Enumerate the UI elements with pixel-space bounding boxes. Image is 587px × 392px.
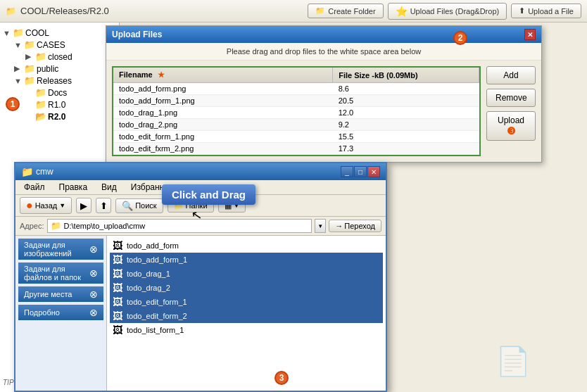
menu-edit[interactable]: Правка [56, 182, 91, 193]
search-button[interactable]: 🔍 Поиск [115, 198, 163, 213]
explorer-content: Задачи для изображений ⊗ Задачи для файл… [15, 236, 386, 391]
file-label: todo_add_form [127, 241, 179, 250]
task-images-header[interactable]: Задачи для изображений ⊗ [18, 239, 103, 260]
task-details-label: Подробно [24, 308, 60, 317]
upload-button[interactable]: Upload ❸ [486, 111, 536, 141]
tree-folder-icon: 📁 [13, 27, 24, 38]
file-label: todo_edit_form_1 [127, 298, 187, 306]
click-drag-tooltip: Click and Drag [162, 184, 255, 205]
col-filename: Filename ★ [113, 68, 333, 83]
upload-badge: ❸ [507, 125, 516, 137]
search-label: Поиск [135, 201, 156, 210]
menu-file[interactable]: Файл [21, 182, 48, 193]
releases-folder-icon: 📁 [24, 75, 35, 86]
menu-view[interactable]: Вид [99, 182, 120, 193]
tree-label-closed: closed [48, 52, 72, 62]
tree-item-releases[interactable]: ▼ 📁 Releases [14, 75, 116, 87]
file-icon: 🖼 [113, 254, 122, 265]
table-row[interactable]: todo_add_form.png8.6 [113, 83, 479, 95]
file-list: 🖼todo_add_form🖼todo_add_form_1🖼todo_drag… [107, 236, 386, 391]
task-files-header[interactable]: Задачи для файлов и папок ⊗ [18, 263, 103, 284]
filename-cell: todo_add_form_1.png [113, 95, 333, 107]
minimize-button[interactable]: _ [341, 166, 353, 177]
breadcrumb: COOL/Releases/R2.0 [20, 6, 109, 16]
maximize-button[interactable]: □ [354, 166, 367, 177]
remove-button[interactable]: Remove [486, 89, 536, 107]
list-item[interactable]: 🖼todo_add_form_1 [110, 253, 383, 267]
upload-files-button[interactable]: ⭐ Upload Files (Drag&Drop) [388, 3, 507, 20]
list-item[interactable]: 🖼todo_edit_form_2 [110, 309, 383, 323]
address-input[interactable]: 📁 D:\temp\to_upload\cmw [47, 219, 313, 233]
upload-a-file-button[interactable]: ⬆ Upload a File [511, 4, 581, 18]
tree-item-r20[interactable]: 📂 R2.0 [25, 110, 116, 122]
tree-label-r20: R2.0 [48, 112, 65, 122]
tree-item-r10[interactable]: 📁 R1.0 [25, 99, 116, 110]
tree-item-cases[interactable]: ▼ 📁 CASES [14, 39, 116, 51]
file-icon: 🖼 [113, 296, 122, 308]
list-item[interactable]: 🖼todo_edit_form_1 [110, 295, 383, 309]
go-label: Переход [344, 222, 375, 230]
tree-label-r10: R1.0 [48, 100, 65, 110]
task-details-header[interactable]: Подробно ⊗ [18, 305, 103, 320]
table-row[interactable]: todo_edit_form_1.png15.5 [113, 131, 479, 143]
forward-button[interactable]: ▶ [76, 198, 91, 213]
list-item[interactable]: 🖼todo_list_form_1 [110, 323, 383, 337]
docs-folder-icon: 📁 [35, 87, 46, 98]
tree-item-closed[interactable]: ▶ 📁 closed [25, 51, 116, 63]
breadcrumb-folder-icon: 📁 [6, 6, 16, 16]
filename-cell: todo_drag_2.png [113, 119, 333, 131]
upload-files-icon: ⭐ [396, 6, 408, 17]
file-label: todo_edit_form_2 [127, 312, 187, 320]
address-folder-icon: 📁 [51, 221, 61, 231]
tree-label-docs: Docs [48, 88, 67, 98]
dialog-close-button[interactable]: ✕ [524, 29, 536, 40]
tree-item-public[interactable]: ▶ 📁 public [14, 63, 116, 75]
address-path: D:\temp\to_upload\cmw [64, 222, 146, 230]
back-button[interactable]: ● Назад ▼ [20, 197, 72, 214]
expand-closed-icon: ▶ [25, 52, 34, 61]
tree-children-cases: ▶ 📁 closed [14, 51, 116, 63]
drop-ghost: 📄 [496, 345, 531, 378]
file-label: todo_list_form_1 [127, 326, 184, 334]
list-item[interactable]: 🖼todo_drag_1 [110, 267, 383, 281]
explorer-title-label: cmw [36, 167, 53, 177]
r20-folder-icon: 📂 [35, 111, 46, 122]
file-label: todo_drag_2 [127, 284, 170, 292]
list-item[interactable]: 🖼todo_drag_2 [110, 281, 383, 295]
tree-label-cool: COOL [25, 28, 49, 38]
col-size: File Size -kB (0.09Mb) [333, 68, 479, 83]
expand-releases-icon: ▼ [14, 77, 23, 85]
tree-item-docs[interactable]: 📁 Docs [25, 87, 116, 99]
public-folder-icon: 📁 [24, 63, 35, 74]
up-button[interactable]: ⬆ [96, 198, 111, 213]
task-details-expand-icon: ⊗ [89, 307, 98, 318]
tree-label-releases: Releases [37, 76, 72, 86]
address-dropdown[interactable]: ▼ [315, 219, 326, 233]
add-button[interactable]: Add [486, 66, 536, 84]
r10-folder-icon: 📁 [35, 99, 46, 110]
expand-public-icon: ▶ [14, 64, 23, 73]
go-button[interactable]: → Переход [329, 220, 381, 232]
task-places-section: Другие места ⊗ [18, 286, 103, 302]
filename-cell: todo_add_form.png [113, 83, 333, 95]
task-files-section: Задачи для файлов и папок ⊗ [18, 263, 103, 284]
table-row[interactable]: todo_drag_2.png9.2 [113, 119, 479, 131]
size-cell: 9.2 [333, 119, 479, 131]
filename-cell: todo_edit_form_1.png [113, 131, 333, 143]
create-folder-button[interactable]: 📁 Create Folder [308, 4, 383, 18]
dialog-buttons: Add Remove Upload ❸ [486, 66, 536, 156]
task-places-header[interactable]: Другие места ⊗ [18, 286, 103, 302]
list-item[interactable]: 🖼todo_add_form [110, 239, 383, 253]
badge-2: 2 [453, 31, 467, 45]
tree-item-cool[interactable]: ▼ 📁 COOL [3, 27, 116, 39]
up-icon: ⬆ [100, 201, 108, 211]
close-button[interactable]: ✕ [367, 166, 380, 177]
size-cell: 8.6 [333, 83, 479, 95]
table-row[interactable]: todo_add_form_1.png20.5 [113, 95, 479, 107]
file-icon: 🖼 [113, 240, 122, 251]
table-row[interactable]: todo_edit_fxrm_2.png17.3 [113, 143, 479, 155]
task-files-expand-icon: ⊗ [89, 267, 98, 279]
window-controls: _ □ ✕ [341, 166, 380, 177]
tree-children-releases: 📁 Docs 📁 R1.0 📂 R2.0 [14, 87, 116, 122]
table-row[interactable]: todo_drag_1.png12.0 [113, 107, 479, 119]
